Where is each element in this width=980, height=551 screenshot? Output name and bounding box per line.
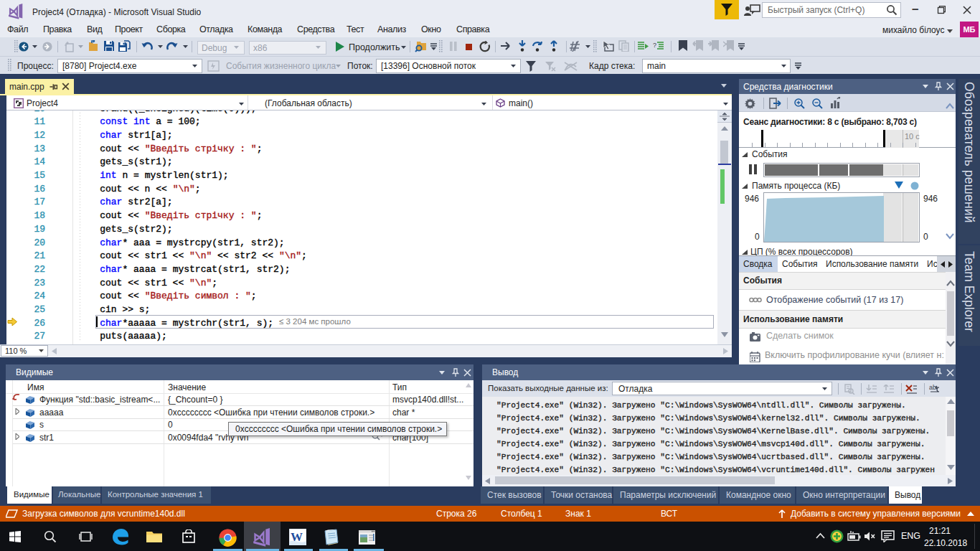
svg-text:W: W	[291, 530, 303, 544]
svg-text:?: ?	[653, 42, 656, 49]
